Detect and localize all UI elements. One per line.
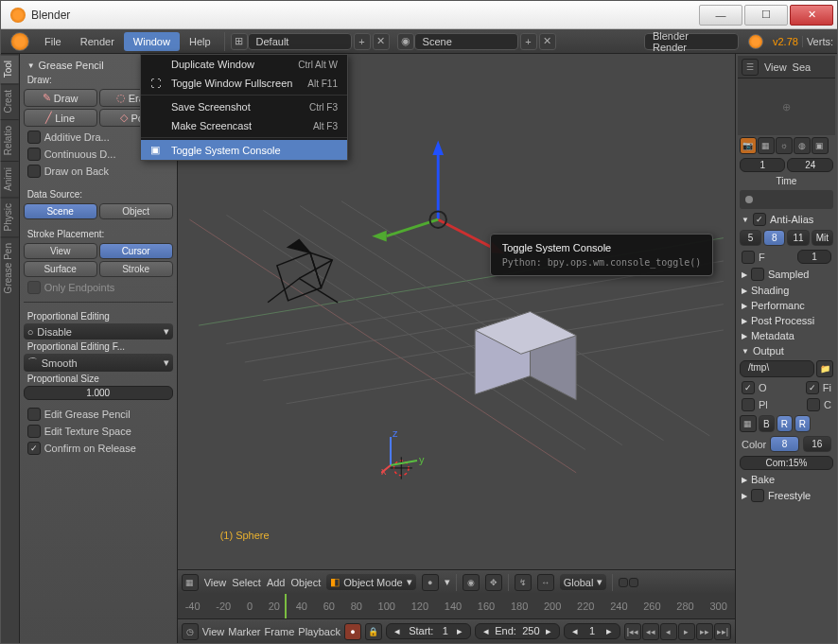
propsize-field[interactable]: 1.000: [24, 386, 173, 400]
menu-toggle-console[interactable]: ▣ Toggle System Console: [141, 140, 347, 160]
format-icon[interactable]: ▦: [740, 415, 757, 432]
menu-toggle-fullscreen[interactable]: ⛶ Toggle Window Fullscreen Alt F11: [141, 74, 347, 93]
vtab-tools[interactable]: Tool: [1, 54, 19, 83]
vtab-grease[interactable]: Grease Pen: [1, 236, 19, 299]
vtab-animation[interactable]: Animi: [1, 161, 19, 197]
timeline[interactable]: -40-200204060801001201401601802002202402…: [178, 594, 735, 618]
object-tab-icon[interactable]: ▣: [812, 137, 829, 154]
pivot2-icon[interactable]: ✥: [485, 574, 502, 591]
menu-make-screencast[interactable]: Make Screencast Alt F3: [141, 116, 347, 135]
metadata-header[interactable]: Metadata: [738, 328, 835, 343]
vtab-relations[interactable]: Relatio: [1, 119, 19, 161]
render-tab-icon[interactable]: 📷: [740, 137, 757, 154]
play-reverse-icon[interactable]: ◂: [660, 623, 677, 640]
keyframe-next-icon[interactable]: ▸▸: [696, 623, 713, 640]
play-icon[interactable]: ▸: [678, 623, 695, 640]
frame-start[interactable]: 1: [740, 158, 786, 172]
scene-tab-icon[interactable]: ☼: [776, 137, 793, 154]
edit-gp-check[interactable]: Edit Grease Pencil: [24, 406, 173, 423]
menu-save-screenshot[interactable]: Save Screenshot Ctrl F3: [141, 97, 347, 116]
tl-marker[interactable]: Marker: [228, 626, 260, 637]
maximize-button[interactable]: ☐: [744, 5, 788, 26]
antialias-header[interactable]: Anti-Alias: [738, 211, 835, 228]
record-icon[interactable]: ●: [344, 623, 361, 640]
scene-icon[interactable]: ◉: [397, 33, 414, 50]
falloff-dropdown[interactable]: ⌒Smooth▾: [24, 354, 173, 372]
frame-end[interactable]: 24: [787, 158, 833, 172]
aa-11[interactable]: 11: [787, 230, 809, 246]
current-frame-field[interactable]: ◂1▸: [564, 623, 620, 639]
menu-help[interactable]: Help: [180, 32, 220, 51]
end-frame-field[interactable]: ◂End:250▸: [475, 623, 560, 639]
start-frame-field[interactable]: ◂Start:1▸: [386, 623, 471, 639]
search-label[interactable]: Sea: [793, 61, 812, 73]
scene-dropdown[interactable]: Scene: [414, 33, 518, 50]
rgba-button[interactable]: R: [794, 415, 811, 432]
object-button[interactable]: Object: [99, 203, 173, 219]
layers-tab-icon[interactable]: ▦: [758, 137, 775, 154]
manip-icon[interactable]: ↯: [515, 574, 532, 591]
aa-8[interactable]: 8: [763, 230, 785, 246]
view-label[interactable]: View: [764, 61, 787, 73]
rgb-button[interactable]: R: [777, 415, 793, 432]
pivot-icon[interactable]: ◉: [463, 574, 480, 591]
view-menu[interactable]: View: [204, 577, 227, 588]
layer-button[interactable]: [619, 578, 628, 587]
jump-start-icon[interactable]: |◂◂: [624, 623, 641, 640]
edit-tex-check[interactable]: Edit Texture Space: [24, 423, 173, 440]
vtab-physics[interactable]: Physic: [1, 197, 19, 236]
add-menu[interactable]: Add: [267, 577, 286, 588]
aa-mit[interactable]: Mit: [812, 230, 833, 246]
add-layout-button[interactable]: +: [354, 33, 371, 50]
jump-end-icon[interactable]: ▸▸|: [714, 623, 731, 640]
menu-duplicate-window[interactable]: Duplicate Window Ctrl Alt W: [141, 55, 347, 74]
propedit-dropdown[interactable]: ○Disable▾: [24, 323, 173, 339]
minimize-button[interactable]: —: [699, 5, 742, 26]
surface-button[interactable]: Surface: [24, 261, 97, 277]
remove-layout-button[interactable]: ✕: [373, 33, 390, 50]
postproc-header[interactable]: Post Processi: [738, 313, 835, 328]
remove-scene-button[interactable]: ✕: [539, 33, 556, 50]
shading-header[interactable]: Shading: [738, 283, 835, 298]
add-scene-button[interactable]: +: [520, 33, 537, 50]
menu-file[interactable]: File: [35, 32, 71, 51]
compression-field[interactable]: Com:15%: [740, 456, 833, 470]
outliner-icon[interactable]: ☰: [742, 59, 759, 76]
layer-button[interactable]: [629, 578, 638, 587]
orientation-dropdown[interactable]: Global▾: [560, 574, 607, 590]
output-header[interactable]: Output: [738, 343, 835, 358]
bw-button[interactable]: B: [759, 415, 775, 432]
render-engine-dropdown[interactable]: Blender Render: [644, 33, 739, 50]
folder-icon[interactable]: 📁: [816, 360, 833, 377]
editor-type-icon[interactable]: ▦: [182, 574, 199, 591]
confirm-check[interactable]: Confirm on Release: [24, 440, 173, 457]
output-path[interactable]: /tmp\: [740, 360, 814, 377]
f-check[interactable]: F1: [738, 248, 835, 266]
manip2-icon[interactable]: ↔: [537, 574, 554, 591]
sampled-header[interactable]: Sampled: [738, 266, 835, 283]
shading-icon[interactable]: ●: [422, 574, 439, 591]
performance-header[interactable]: Performanc: [738, 298, 835, 313]
tl-view[interactable]: View: [202, 626, 225, 637]
object-menu[interactable]: Object: [290, 577, 321, 588]
draw-button[interactable]: ✎Draw: [24, 89, 97, 107]
view-button[interactable]: View: [24, 243, 97, 259]
world-tab-icon[interactable]: ◍: [794, 137, 811, 154]
close-button[interactable]: ✕: [790, 5, 833, 26]
select-menu[interactable]: Select: [232, 577, 261, 588]
layout-icon[interactable]: ⊞: [231, 33, 248, 50]
screen-layout-dropdown[interactable]: Default: [248, 33, 352, 50]
keyframe-prev-icon[interactable]: ◂◂: [642, 623, 659, 640]
aa-5[interactable]: 5: [740, 230, 761, 246]
drawback-check[interactable]: Draw on Back: [24, 163, 173, 180]
lock-icon[interactable]: 🔒: [365, 623, 382, 640]
stroke-button[interactable]: Stroke: [99, 261, 173, 277]
menu-render[interactable]: Render: [71, 32, 124, 51]
menu-window[interactable]: Window: [124, 32, 180, 51]
vtab-create[interactable]: Creat: [1, 83, 19, 118]
line-button[interactable]: ╱Line: [24, 109, 97, 127]
mode-dropdown[interactable]: ◧Object Mode▾: [326, 574, 415, 590]
bake-header[interactable]: Bake: [738, 472, 835, 487]
tl-frame[interactable]: Frame: [265, 626, 295, 637]
timeline-editor-icon[interactable]: ◷: [182, 623, 199, 640]
